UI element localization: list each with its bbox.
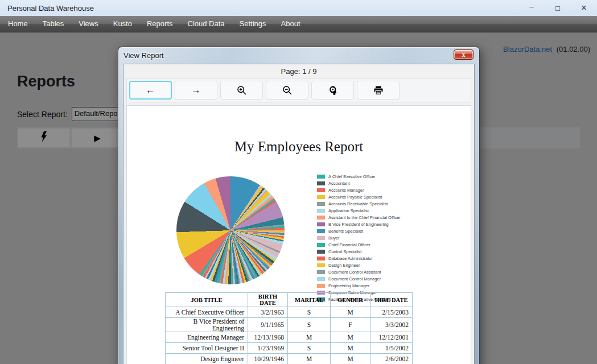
printer-icon bbox=[373, 85, 384, 96]
report-viewer[interactable]: My Employees Report A Chief Executive Of… bbox=[126, 105, 471, 364]
legend-label: Application Specialist bbox=[328, 208, 414, 214]
window-title: Personal Data Warehouse bbox=[7, 4, 94, 13]
close-x-icon: x bbox=[462, 51, 466, 59]
magnifier-minus-icon bbox=[282, 85, 293, 96]
dialog-title: View Report bbox=[123, 51, 164, 60]
table-cell: Design Engineer bbox=[166, 354, 248, 364]
magnifier-plus-icon bbox=[237, 85, 247, 96]
legend-swatch-icon bbox=[317, 202, 325, 206]
legend-item: Accountant bbox=[317, 181, 422, 187]
zoom-out-button[interactable] bbox=[266, 81, 308, 100]
column-header: GENDER bbox=[331, 293, 370, 307]
legend-swatch-icon bbox=[317, 209, 325, 213]
menu-item-tables[interactable]: Tables bbox=[35, 16, 72, 32]
legend-swatch-icon bbox=[317, 222, 325, 226]
table-cell: 3/2/1963 bbox=[248, 307, 288, 318]
legend-item: Chief Financial Officer bbox=[317, 242, 422, 248]
menu-item-cloud-data[interactable]: Cloud Data bbox=[180, 16, 232, 32]
legend-item: Benefits Specialist bbox=[317, 229, 422, 234]
legend-label: Accountant bbox=[328, 181, 414, 187]
legend-swatch-icon bbox=[317, 195, 325, 199]
table-cell: 12/12/2001 bbox=[370, 332, 413, 343]
legend-item: Accounts Manager bbox=[317, 188, 422, 193]
menu-item-kusto[interactable]: Kusto bbox=[106, 16, 139, 32]
column-header: MARITAL bbox=[288, 293, 331, 307]
menu-item-settings[interactable]: Settings bbox=[232, 16, 274, 32]
viewer-toolbar: ← → bbox=[126, 78, 471, 102]
legend-label: Control Specialist bbox=[328, 249, 414, 255]
table-cell: M bbox=[331, 354, 370, 364]
table-row: Senior Tool Designer II1/23/1969SM1/5/20… bbox=[166, 343, 413, 354]
page-indicator: Page: 1 / 9 bbox=[123, 64, 474, 78]
dialog-close-button[interactable]: x bbox=[454, 49, 474, 60]
legend-item: Application Specialist bbox=[317, 208, 422, 214]
menu-item-home[interactable]: Home bbox=[1, 16, 35, 32]
next-page-button[interactable]: → bbox=[175, 81, 217, 100]
table-cell: 9/1/1965 bbox=[248, 318, 288, 332]
legend-swatch-icon bbox=[317, 277, 325, 281]
table-cell: 12/13/1968 bbox=[248, 332, 288, 343]
table-row: A Chief Executive Officer3/2/1963SM2/15/… bbox=[166, 307, 413, 318]
table-cell: M bbox=[331, 307, 370, 318]
legend-swatch-icon bbox=[317, 284, 325, 288]
window-controls: – □ × bbox=[518, 0, 597, 16]
dialog-body: Page: 1 / 9 ← → bbox=[123, 64, 475, 364]
table-cell: 2/6/2002 bbox=[370, 354, 413, 364]
legend-label: Engineering Manager bbox=[328, 283, 414, 289]
table-cell: Senior Tool Designer II bbox=[166, 343, 248, 354]
legend-item: Accounts Payable Specialist bbox=[317, 195, 422, 200]
legend-label: B Vice President of Engineering bbox=[328, 222, 414, 228]
table-cell: 1/5/2002 bbox=[370, 343, 413, 354]
legend-item: Design Engineer bbox=[317, 263, 422, 268]
menu-item-views[interactable]: Views bbox=[71, 16, 105, 32]
legend-swatch-icon bbox=[317, 188, 325, 192]
ai-insights-button[interactable] bbox=[311, 81, 354, 100]
maximize-button[interactable]: □ bbox=[545, 0, 571, 16]
legend-item: Buyer bbox=[317, 235, 422, 241]
legend-label: A Chief Executive Officer bbox=[328, 174, 414, 180]
table-row: B Vice President of Engineering9/1/1965S… bbox=[166, 318, 413, 332]
legend-item: B Vice President of Engineering bbox=[317, 222, 422, 228]
table-cell: A Chief Executive Officer bbox=[166, 307, 248, 318]
legend-item: Accounts Receivable Specialist bbox=[317, 201, 422, 207]
legend-label: Accounts Payable Specialist bbox=[328, 195, 414, 200]
table-cell: S bbox=[288, 343, 331, 354]
legend-swatch-icon bbox=[317, 257, 325, 260]
legend-swatch-icon bbox=[317, 181, 325, 185]
table-cell: 2/15/2003 bbox=[370, 307, 413, 318]
legend-swatch-icon bbox=[317, 236, 325, 240]
menu-bar: HomeTablesViewsKustoReportsCloud DataSet… bbox=[0, 16, 597, 33]
zoom-in-button[interactable] bbox=[220, 81, 263, 100]
legend-swatch-icon bbox=[317, 216, 325, 220]
table-cell: M bbox=[288, 332, 331, 343]
table-header-row: JOB TITLEBIRTH DATEMARITALGENDERHIRE DAT… bbox=[166, 293, 413, 307]
legend-swatch-icon bbox=[317, 175, 325, 179]
legend-label: Accounts Manager bbox=[328, 188, 414, 193]
table-row: Engineering Manager12/13/1968MM12/12/200… bbox=[166, 332, 413, 343]
arrow-left-icon: ← bbox=[146, 85, 155, 96]
employees-pie-chart bbox=[176, 176, 285, 284]
legend-label: Assistant to the Chief Financial Officer bbox=[328, 215, 414, 221]
menu-item-reports[interactable]: Reports bbox=[139, 16, 180, 32]
employees-table: JOB TITLEBIRTH DATEMARITALGENDERHIRE DAT… bbox=[165, 292, 413, 364]
legend-swatch-icon bbox=[317, 243, 325, 247]
table-cell: 1/23/1969 bbox=[248, 343, 288, 354]
legend-item: Document Control Assistant bbox=[317, 270, 422, 275]
close-button[interactable]: × bbox=[571, 0, 597, 16]
head-gear-icon bbox=[328, 85, 338, 96]
legend-swatch-icon bbox=[317, 270, 325, 274]
table-cell: 3/3/2002 bbox=[370, 318, 413, 332]
minimize-button[interactable]: – bbox=[518, 0, 545, 16]
table-cell: S bbox=[288, 307, 331, 318]
legend-swatch-icon bbox=[317, 250, 325, 254]
print-button[interactable] bbox=[357, 81, 400, 100]
column-header: HIRE DATE bbox=[370, 293, 413, 307]
legend-item: Assistant to the Chief Financial Officer bbox=[317, 215, 422, 221]
legend-swatch-icon bbox=[317, 229, 325, 233]
dialog-titlebar[interactable]: View Report x bbox=[118, 47, 479, 64]
menu-item-about[interactable]: About bbox=[274, 16, 308, 32]
legend-label: Benefits Specialist bbox=[328, 229, 414, 234]
pie-legend: A Chief Executive OfficerAccountantAccou… bbox=[317, 174, 422, 309]
legend-label: Document Control Assistant bbox=[328, 270, 414, 275]
previous-page-button[interactable]: ← bbox=[129, 81, 172, 100]
